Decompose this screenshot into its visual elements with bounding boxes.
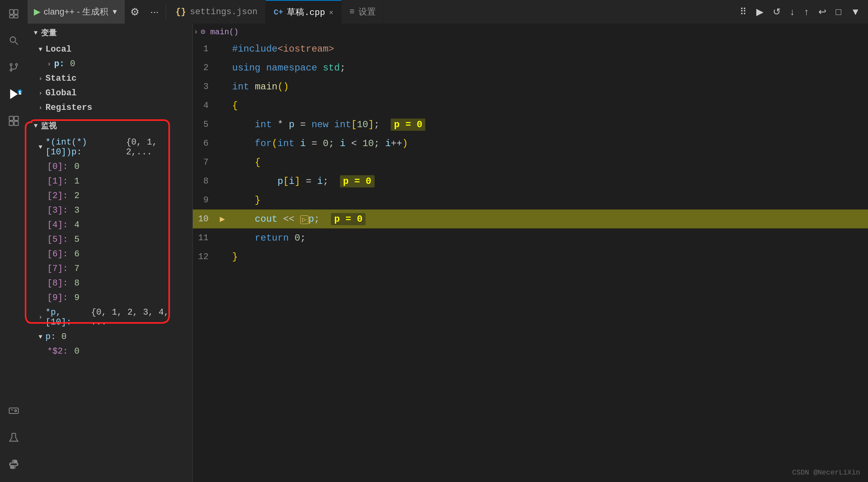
code-line-4: 4 { — [193, 96, 868, 115]
line-num-8: 8 — [193, 176, 216, 186]
line-num-2: 2 — [193, 63, 216, 73]
local-p-chevron: › — [47, 61, 51, 68]
watch-label: 监视 — [41, 120, 57, 131]
step-over-icon[interactable]: ↺ — [769, 4, 785, 20]
watch-idx-4: [4]: — [47, 220, 68, 230]
watch-idx-7: [7]: — [47, 264, 68, 274]
watch-item-3-child: *$2: 0 — [28, 344, 192, 359]
step-into-icon[interactable]: ↓ — [786, 4, 799, 20]
code-line-3: 3 int main() — [193, 77, 868, 96]
line-content-10: cout << ▷p; p = 0 — [228, 214, 366, 224]
activity-bar: 1 — [0, 0, 28, 482]
watch-idx-9: [9]: — [47, 293, 68, 303]
watch-val-0: 0 — [74, 162, 79, 172]
variables-section-header[interactable]: ▼ 变量 — [28, 24, 192, 42]
watch-item-1-expr: *(int(*)[10])p: — [46, 137, 121, 157]
svg-rect-14 — [9, 121, 13, 126]
play-icon: ▶ — [34, 7, 41, 17]
files-icon[interactable] — [4, 4, 24, 24]
extensions-icon[interactable] — [4, 111, 24, 131]
watch-item-1-child-4: [4]: 4 — [28, 218, 192, 232]
watch-item-2[interactable]: › *p,[10]: {0, 1, 2, 3, 4, ... — [28, 305, 192, 330]
local-p-item[interactable]: › p: 0 — [28, 57, 192, 71]
tab-label-settings-json: settings.json — [190, 7, 258, 17]
close-icon[interactable]: ✕ — [329, 8, 333, 17]
code-line-5: 5 int * p = new int[10]; p = 0 — [193, 115, 868, 134]
watch-val-5: 5 — [74, 235, 79, 245]
search-icon[interactable] — [4, 31, 24, 50]
chevron-down-icon: ▼ — [111, 8, 118, 16]
toolbar-chevron-icon[interactable]: ▼ — [847, 4, 864, 20]
debug-arrow-icon: ▶ — [220, 214, 225, 224]
restart-icon[interactable]: ↩ — [814, 4, 830, 20]
line-num-7: 7 — [193, 158, 216, 167]
svg-point-18 — [15, 410, 17, 412]
watch-item-1-child-1: [1]: 1 — [28, 174, 192, 189]
code-line-9: 9 } — [193, 191, 868, 209]
debug-run-icon[interactable]: 1 — [4, 84, 24, 104]
run-button[interactable]: ▶ clang++ - 生成积 ▼ — [28, 0, 125, 24]
static-chevron: › — [39, 75, 42, 82]
watch-item-1-child-2: [2]: 2 — [28, 189, 192, 203]
local-p-key: p: — [54, 59, 65, 69]
line-content-11: return 0; — [228, 233, 306, 243]
tab-settings-json[interactable]: {} settings.json — [168, 0, 266, 24]
watch-item-1-child-5: [5]: 5 — [28, 232, 192, 247]
code-line-6: 6 for(int i = 0; i < 10; i++) — [193, 134, 868, 153]
svg-rect-0 — [10, 10, 13, 15]
svg-rect-12 — [9, 116, 13, 120]
svg-point-4 — [10, 37, 16, 43]
watch-item-1-val: {0, 1, 2,... — [126, 137, 186, 157]
watch-section-header[interactable]: ▼ 监视 — [28, 117, 192, 135]
watch-item-1-child-3: [3]: 3 — [28, 203, 192, 218]
grid-icon[interactable]: ⠿ — [736, 4, 751, 20]
more-icon[interactable]: ··· — [145, 0, 164, 24]
registers-group[interactable]: › Registers — [28, 100, 192, 115]
watch-item-3-val: 0 — [61, 332, 66, 342]
stop-icon[interactable]: □ — [832, 4, 846, 20]
variables-chevron: ▼ — [34, 30, 38, 37]
variables-label: 变量 — [41, 28, 57, 38]
global-group[interactable]: › Global — [28, 86, 192, 100]
tab-settings[interactable]: ≡ 设置 — [342, 0, 384, 24]
local-p-val: 0 — [70, 59, 75, 69]
watch-val-7: 7 — [74, 264, 79, 274]
settings-menu-icon: ≡ — [349, 7, 355, 17]
local-group[interactable]: ▼ Local — [28, 42, 192, 57]
line-num-5: 5 — [193, 120, 216, 130]
gear-icon[interactable]: ⚙ — [125, 0, 145, 24]
watch-item-1-child-8: [8]: 8 — [28, 276, 192, 291]
local-chevron: ▼ — [39, 46, 42, 53]
svg-rect-16 — [9, 408, 18, 413]
continue-debug-icon[interactable]: ▶ — [752, 4, 767, 20]
flask-icon[interactable] — [4, 428, 24, 447]
watch-item-1-child-0: [0]: 0 — [28, 159, 192, 174]
run-label: clang++ - 生成积 — [44, 6, 108, 18]
line-num-6: 6 — [193, 139, 216, 148]
remote-icon[interactable] — [4, 401, 24, 421]
source-control-icon[interactable] — [4, 57, 24, 77]
toolbar-right: ⠿ ▶ ↺ ↓ ↑ ↩ □ ▼ — [736, 0, 868, 24]
code-line-10: 10 ▶ cout << ▷p; p = 0 — [193, 209, 868, 228]
step-out-icon[interactable]: ↑ — [800, 4, 813, 20]
line-content-4: { — [228, 100, 238, 111]
static-group[interactable]: › Static — [28, 71, 192, 86]
watch-item-2-expr: *p,[10]: — [46, 308, 86, 327]
registers-chevron: › — [39, 104, 42, 111]
python-icon[interactable] — [4, 454, 24, 474]
watch-val-6: 6 — [74, 249, 79, 259]
watch-item-2-val: {0, 1, 2, 3, 4, ... — [91, 308, 186, 327]
watch-item-1[interactable]: ▼ *(int(*)[10])p: {0, 1, 2,... — [28, 135, 192, 159]
svg-point-6 — [10, 64, 12, 66]
watch-item-3[interactable]: ▼ p: 0 — [28, 330, 192, 344]
tab-label-cao-cpp: 草稿.cpp — [287, 6, 325, 18]
watermark: CSDN @NecerLiXin — [792, 469, 860, 476]
svg-rect-15 — [14, 121, 18, 126]
watch-chevron: ▼ — [34, 122, 38, 130]
code-line-11: 11 return 0; — [193, 228, 868, 247]
cpp-icon: C+ — [273, 8, 283, 17]
tab-divider — [166, 4, 166, 20]
gutter-10: ▶ — [216, 214, 228, 224]
svg-point-8 — [10, 69, 12, 71]
tab-cao-cpp[interactable]: C+ 草稿.cpp ✕ — [266, 0, 342, 24]
